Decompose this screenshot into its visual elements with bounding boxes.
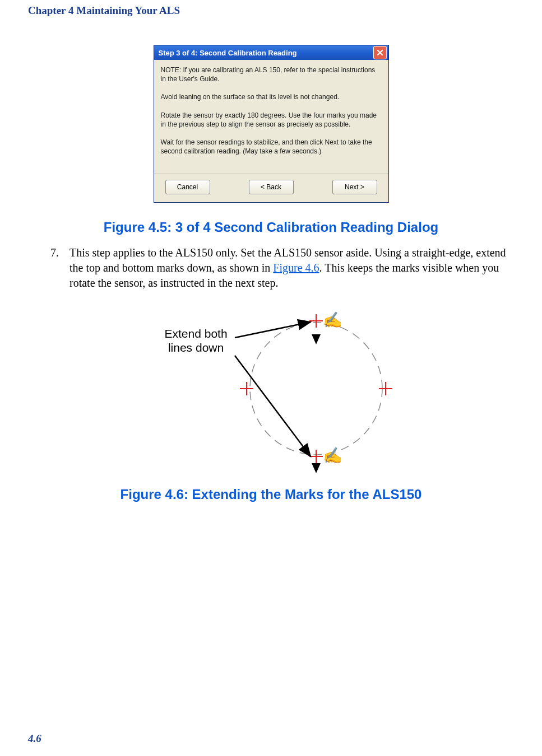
svg-marker-2 (312, 463, 321, 473)
step-number: 7. (50, 245, 70, 291)
diagram-label: Extend both lines down (165, 326, 228, 354)
svg-text:✍: ✍ (323, 446, 342, 465)
dialog-titlebar: Step 3 of 4: Second Calibration Reading (154, 45, 388, 60)
next-button[interactable]: Next > (332, 180, 377, 194)
svg-marker-1 (312, 334, 321, 344)
diagram-label-line1: Extend both (165, 327, 228, 340)
step-7: 7. This step applies to the ALS150 only.… (28, 245, 514, 291)
cancel-button[interactable]: Cancel (165, 180, 210, 194)
close-icon[interactable] (373, 46, 387, 59)
figure-4-6-link[interactable]: Figure 4.6 (273, 262, 319, 274)
figure-4-6-caption: Figure 4.6: Extending the Marks for the … (28, 487, 514, 502)
dialog-instruction-3: Wait for the sensor readings to stabiliz… (161, 138, 382, 156)
figure-4-5-caption: Figure 4.5: 3 of 4 Second Calibration Re… (28, 220, 514, 235)
svg-line-6 (235, 322, 311, 338)
chapter-header: Chapter 4 Maintaining Your ALS (28, 0, 514, 45)
back-button[interactable]: < Back (249, 180, 294, 194)
step-text: This step applies to the ALS150 only. Se… (70, 245, 514, 291)
svg-text:✍: ✍ (323, 311, 342, 329)
diagram-label-line2: lines down (168, 341, 224, 354)
page-number: 4.6 (28, 732, 41, 745)
svg-line-7 (235, 356, 311, 456)
dialog-instruction-2: Rotate the sensor by exactly 180 degrees… (161, 111, 382, 129)
dialog-body: NOTE: If you are calibrating an ALS 150,… (154, 60, 388, 174)
dialog-title: Step 3 of 4: Second Calibration Reading (159, 49, 297, 57)
dialog-instruction-1: Avoid leaning on the surface so that its… (161, 92, 382, 101)
dialog-screenshot: Step 3 of 4: Second Calibration Reading … (28, 45, 514, 203)
dialog-note: NOTE: If you are calibrating an ALS 150,… (161, 66, 382, 83)
extend-marks-diagram: ✍ ✍ Extend both lines down (114, 302, 428, 475)
dialog-button-row: Cancel < Back Next > (154, 174, 388, 202)
calibration-dialog: Step 3 of 4: Second Calibration Reading … (154, 45, 389, 203)
